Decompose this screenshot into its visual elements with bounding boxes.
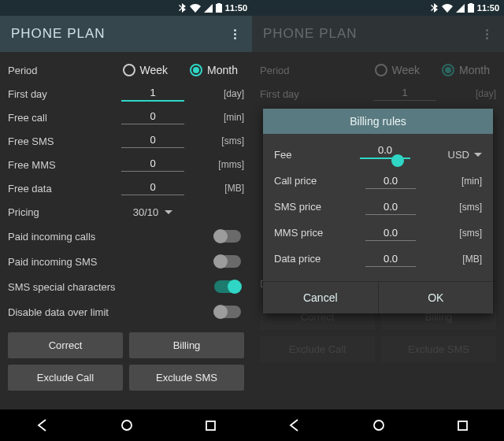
paid-incoming-sms-row: Paid incoming SMS <box>8 249 244 274</box>
radio-icon <box>123 64 135 76</box>
chevron-down-icon <box>165 210 172 214</box>
exclude-sms-button[interactable]: Exclude SMS <box>129 365 244 391</box>
ok-button[interactable]: OK <box>379 282 494 313</box>
exclude-call-button[interactable]: Exclude Call <box>8 365 123 391</box>
screen-right: 11:50 PHONE PLAN Period Week Month First… <box>252 0 504 441</box>
pricing-dropdown[interactable]: 30/10 <box>102 206 203 218</box>
fee-row: Fee USD <box>274 142 482 168</box>
button-grid: Correct Billing Exclude Call Exclude SMS <box>8 332 244 391</box>
paid-incoming-calls-row: Paid incoming calls <box>8 224 244 249</box>
titlebar: PHONE PLAN <box>0 16 252 52</box>
mms-price-row: MMS price [sms] <box>274 220 482 246</box>
page-title: PHONE PLAN <box>11 26 106 42</box>
page-title: PHONE PLAN <box>263 26 358 42</box>
free-mms-input[interactable] <box>121 158 184 172</box>
screen-left: 11:50 PHONE PLAN Period Week Month First… <box>0 0 252 441</box>
fee-slider-knob[interactable] <box>391 154 404 167</box>
cancel-button[interactable]: Cancel <box>263 282 379 313</box>
nav-home-icon[interactable] <box>120 419 133 432</box>
bluetooth-icon <box>179 3 187 13</box>
free-call-input[interactable] <box>121 110 184 124</box>
nav-recents-icon[interactable] <box>457 420 469 432</box>
nav-home-icon[interactable] <box>372 419 385 432</box>
free-sms-row: Free SMS [sms] <box>8 129 244 153</box>
period-row: Period Week Month <box>8 58 244 82</box>
android-navbar <box>0 410 252 441</box>
cell-signal-icon <box>204 4 213 13</box>
currency-dropdown[interactable]: USD <box>439 149 482 161</box>
mms-price-input[interactable] <box>365 227 416 241</box>
free-data-input[interactable] <box>121 181 184 195</box>
wifi-icon <box>190 4 201 13</box>
svg-point-2 <box>374 421 384 430</box>
disable-data-limit-switch[interactable] <box>214 306 241 318</box>
chevron-down-icon <box>474 153 482 157</box>
free-data-row: Free data [MB] <box>8 176 244 200</box>
paid-incoming-sms-switch[interactable] <box>214 255 241 268</box>
wifi-icon <box>442 4 453 13</box>
statusbar: 11:50 <box>0 0 252 16</box>
period-month-radio[interactable]: Month <box>190 64 238 76</box>
nav-back-icon[interactable] <box>287 418 302 432</box>
overflow-menu-icon[interactable] <box>480 29 493 39</box>
call-price-input[interactable] <box>365 175 416 189</box>
dialog-title: Billing rules <box>263 109 493 134</box>
first-day-row: First day [day] <box>8 82 244 106</box>
battery-icon <box>216 3 222 13</box>
pricing-row: Pricing 30/10 <box>8 200 244 224</box>
first-day-input[interactable] <box>121 87 184 102</box>
billing-rules-dialog: Billing rules Fee USD Call price [min] S <box>263 109 493 313</box>
free-mms-row: Free MMS [mms] <box>8 153 244 176</box>
sms-special-chars-switch[interactable] <box>214 280 241 293</box>
free-call-row: Free call [min] <box>8 106 244 129</box>
dialog-actions: Cancel OK <box>263 281 493 313</box>
nav-back-icon[interactable] <box>35 418 50 432</box>
statusbar: 11:50 <box>252 0 504 16</box>
clock: 11:50 <box>225 3 247 13</box>
bluetooth-icon <box>431 3 439 13</box>
data-price-row: Data price [MB] <box>274 246 482 272</box>
radio-icon <box>190 64 202 76</box>
android-navbar <box>252 410 504 441</box>
nav-recents-icon[interactable] <box>205 420 217 432</box>
period-week-radio[interactable]: Week <box>123 64 169 76</box>
sms-price-input[interactable] <box>365 201 416 215</box>
billing-button[interactable]: Billing <box>129 332 244 358</box>
cell-signal-icon <box>456 4 465 13</box>
correct-button[interactable]: Correct <box>8 332 123 358</box>
data-price-input[interactable] <box>365 253 416 267</box>
settings-content: Period Week Month First day [day] Free c… <box>0 52 252 410</box>
call-price-row: Call price [min] <box>274 168 482 194</box>
sms-price-row: SMS price [sms] <box>274 194 482 220</box>
svg-rect-3 <box>458 421 467 430</box>
paid-incoming-calls-switch[interactable] <box>214 230 241 243</box>
overflow-menu-icon[interactable] <box>228 29 241 39</box>
titlebar: PHONE PLAN <box>252 16 504 52</box>
svg-point-0 <box>122 421 132 430</box>
clock: 11:50 <box>477 3 499 13</box>
battery-icon <box>468 3 474 13</box>
svg-rect-1 <box>206 421 215 430</box>
free-sms-input[interactable] <box>121 134 184 148</box>
sms-special-chars-row: SMS special characters <box>8 274 244 299</box>
disable-data-limit-row: Disable data over limit <box>8 299 244 324</box>
period-label: Period <box>8 65 96 76</box>
